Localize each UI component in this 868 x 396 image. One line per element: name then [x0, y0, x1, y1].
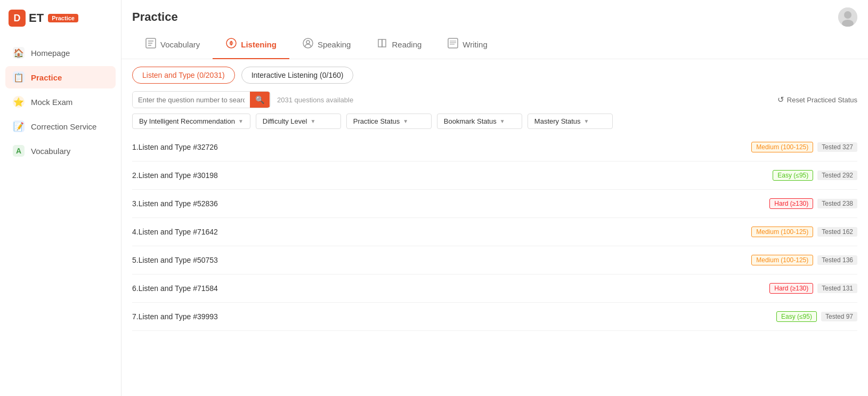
sidebar-item-label: Mock Exam [31, 98, 72, 107]
tab-listening-label: Listening [241, 40, 277, 49]
correction-icon: 📝 [13, 120, 25, 132]
filter-recommendation[interactable]: By Intelligent Recommendation ▼ [132, 114, 250, 129]
tab-nav: Vocabulary Listening Speaking Reading [121, 27, 868, 59]
chevron-down-icon: ▼ [584, 118, 589, 124]
question-title: 6.Listen and Type #71584 [132, 284, 218, 293]
svg-point-9 [303, 38, 313, 48]
reset-practiced-button[interactable]: ↺ Reset Practiced Status [777, 95, 857, 104]
table-row[interactable]: 7.Listen and Type #39993 Easy (≤95) Test… [132, 303, 857, 331]
logo-area: D ET Practice [0, 0, 121, 36]
difficulty-badge: Medium (100-125) [751, 142, 813, 152]
table-row[interactable]: 1.Listen and Type #32726 Medium (100-125… [132, 133, 857, 161]
tab-writing-label: Writing [463, 40, 487, 49]
reset-icon: ↺ [777, 95, 784, 104]
logo-badge: Practice [48, 14, 78, 22]
writing-tab-icon [447, 37, 459, 52]
reset-label: Reset Practiced Status [787, 96, 857, 104]
user-avatar[interactable] [838, 7, 857, 27]
table-row[interactable]: 5.Listen and Type #50753 Medium (100-125… [132, 246, 857, 274]
filter-recommendation-label: By Intelligent Recommendation [139, 117, 235, 125]
available-count: 2031 questions available [277, 96, 771, 104]
question-title: 7.Listen and Type #39993 [132, 312, 218, 321]
filter-mastery-label: Mastery Status [534, 117, 581, 125]
difficulty-badge: Easy (≤95) [773, 170, 813, 181]
sidebar-item-homepage[interactable]: 🏠 Homepage [5, 42, 116, 64]
search-box: 🔍 [132, 91, 271, 108]
chevron-down-icon: ▼ [238, 118, 244, 124]
chevron-down-icon: ▼ [310, 118, 315, 124]
sub-tab-interactive-listening[interactable]: Interactive Listening (0/160) [241, 67, 354, 84]
sidebar-item-practice[interactable]: 📋 Practice [5, 66, 116, 88]
question-list: 1.Listen and Type #32726 Medium (100-125… [121, 133, 868, 396]
table-row[interactable]: 6.Listen and Type #71584 Hard (≥130) Tes… [132, 274, 857, 303]
sidebar-item-label: Vocabulary [31, 147, 70, 156]
chevron-down-icon: ▼ [403, 118, 408, 124]
question-title: 2.Listen and Type #30198 [132, 171, 218, 180]
search-row: 🔍 2031 questions available ↺ Reset Pract… [132, 91, 857, 108]
question-right: Hard (≥130) Tested 131 [769, 283, 857, 294]
sidebar-item-correction-service[interactable]: 📝 Correction Service [5, 115, 116, 138]
practice-icon: 📋 [13, 71, 25, 83]
sub-tab-listen-and-type[interactable]: Listen and Type (0/2031) [132, 67, 235, 84]
sidebar-nav: 🏠 Homepage 📋 Practice ⭐ Mock Exam 📝 Corr… [0, 42, 121, 162]
question-title: 5.Listen and Type #50753 [132, 256, 218, 264]
reading-tab-icon [376, 37, 388, 52]
table-row[interactable]: 2.Listen and Type #30198 Easy (≤95) Test… [132, 161, 857, 190]
tab-listening[interactable]: Listening [213, 33, 289, 59]
filter-area: 🔍 2031 questions available ↺ Reset Pract… [121, 91, 868, 133]
tested-badge: Tested 238 [817, 199, 857, 208]
chevron-down-icon: ▼ [500, 118, 505, 124]
question-title: 4.Listen and Type #71642 [132, 228, 218, 236]
difficulty-badge: Hard (≥130) [769, 198, 813, 209]
filter-difficulty-label: Difficulty Level [263, 117, 307, 125]
tested-badge: Tested 292 [817, 171, 857, 180]
question-title: 3.Listen and Type #52836 [132, 199, 218, 208]
vocabulary-tab-icon [145, 37, 157, 52]
main-content: Practice Vocabulary Listening [121, 0, 868, 396]
filter-bookmark-status[interactable]: Bookmark Status ▼ [437, 114, 522, 129]
filter-bookmark-label: Bookmark Status [444, 117, 497, 125]
sub-tabs: Listen and Type (0/2031) Interactive Lis… [121, 59, 868, 91]
difficulty-badge: Medium (100-125) [751, 227, 813, 237]
tab-vocabulary-label: Vocabulary [160, 40, 200, 49]
tab-reading[interactable]: Reading [363, 33, 434, 59]
logo-et-text: ET [29, 11, 44, 25]
question-title: 1.Listen and Type #32726 [132, 143, 218, 151]
sidebar-item-mock-exam[interactable]: ⭐ Mock Exam [5, 91, 116, 113]
filter-practice-label: Practice Status [353, 117, 400, 125]
svg-point-10 [306, 41, 310, 44]
home-icon: 🏠 [13, 47, 25, 59]
sidebar-item-vocabulary[interactable]: A Vocabulary [5, 140, 116, 162]
tab-writing[interactable]: Writing [434, 33, 500, 59]
mock-exam-icon: ⭐ [13, 96, 25, 108]
svg-point-1 [844, 11, 851, 19]
tab-speaking[interactable]: Speaking [289, 33, 364, 59]
table-row[interactable]: 4.Listen and Type #71642 Medium (100-125… [132, 218, 857, 246]
tested-badge: Tested 327 [817, 142, 857, 152]
difficulty-badge: Hard (≥130) [769, 283, 813, 294]
table-row[interactable]: 3.Listen and Type #52836 Hard (≥130) Tes… [132, 190, 857, 218]
tested-badge: Tested 97 [821, 312, 857, 321]
search-button[interactable]: 🔍 [250, 92, 270, 108]
sidebar-item-label: Practice [31, 73, 62, 82]
question-right: Easy (≤95) Tested 292 [773, 170, 857, 181]
tab-reading-label: Reading [392, 40, 421, 49]
filter-difficulty[interactable]: Difficulty Level ▼ [256, 114, 341, 129]
sidebar: D ET Practice 🏠 Homepage 📋 Practice ⭐ Mo… [0, 0, 121, 396]
speaking-tab-icon [302, 37, 314, 52]
difficulty-badge: Medium (100-125) [751, 255, 813, 265]
tab-vocabulary[interactable]: Vocabulary [132, 33, 213, 59]
listening-tab-icon [225, 37, 237, 52]
question-right: Medium (100-125) Tested 162 [751, 227, 857, 237]
filter-practice-status[interactable]: Practice Status ▼ [346, 114, 432, 129]
question-right: Medium (100-125) Tested 327 [751, 142, 857, 152]
search-input[interactable] [133, 92, 250, 108]
question-right: Medium (100-125) Tested 136 [751, 255, 857, 265]
filter-mastery-status[interactable]: Mastery Status ▼ [528, 114, 613, 129]
sidebar-item-label: Correction Service [31, 122, 96, 131]
question-right: Hard (≥130) Tested 238 [769, 198, 857, 209]
content-area: Practice Vocabulary Listening [121, 0, 868, 396]
tested-badge: Tested 136 [817, 255, 857, 265]
logo-d-icon: D [9, 10, 26, 27]
tested-badge: Tested 131 [817, 284, 857, 293]
